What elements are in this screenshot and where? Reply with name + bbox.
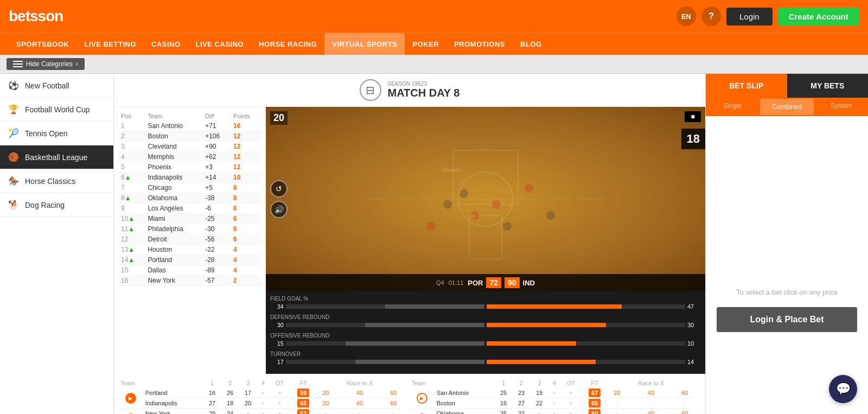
race-to-cell[interactable]: 60 — [676, 409, 694, 415]
game-view: ⊟ SEASON 19623 MATCH DAY 8 Pos — [114, 74, 868, 414]
nav-live-casino[interactable]: LIVE CASINO — [188, 33, 252, 55]
race-to-cell[interactable]: 60 — [676, 388, 694, 398]
nav-sportsbook[interactable]: SPORTSBOOK — [9, 33, 76, 55]
nav-poker[interactable]: POKER — [405, 33, 446, 55]
sidebar-item-dog-racing[interactable]: 🐕 Dog Racing — [0, 193, 113, 217]
pts-cell: 12 — [231, 152, 261, 162]
svg-point-5 — [492, 200, 501, 209]
sidebar-label-new-football: New Football — [25, 81, 69, 90]
diff-cell: -56 — [202, 234, 231, 245]
bet-sub-single[interactable]: Single — [706, 98, 759, 116]
hide-categories-button[interactable]: Hide Categories ‹ — [7, 58, 85, 70]
play-button-cell[interactable]: ▶ — [410, 409, 435, 415]
stat-or-left-val: 15 — [270, 340, 284, 347]
stat-field-goal-bars: 34 47 — [270, 303, 701, 310]
chevron-left-icon: ‹ — [76, 60, 78, 68]
team-name-cell: San Antonio — [435, 388, 495, 398]
pos-cell: 6▲ — [118, 173, 145, 183]
score-cell: · — [385, 409, 403, 415]
score-teams: POR 72 90 IND — [468, 277, 535, 288]
sidebar-item-horse-classics[interactable]: 🏇 Horse Classics — [0, 169, 113, 193]
login-place-bet-button[interactable]: Login & Place Bet — [717, 307, 857, 332]
pts-cell: 8 — [231, 183, 261, 193]
diff-cell: -38 — [202, 193, 231, 203]
quarter-label: Q4 — [436, 279, 444, 286]
ot-cell: · — [561, 409, 582, 415]
help-button[interactable]: ? — [701, 7, 721, 26]
col-ot-right: OT — [561, 378, 582, 388]
play-button-cell[interactable]: ▶ — [118, 388, 143, 409]
race-to-cell[interactable]: 60 — [385, 398, 403, 409]
play-button-cell[interactable]: ▶ — [118, 409, 143, 415]
bet-sub-system[interactable]: System — [815, 98, 868, 116]
create-account-button[interactable]: Create Account — [778, 8, 859, 26]
col-q3-left: 3 — [239, 378, 257, 388]
bet-sub-combined[interactable]: Combined — [760, 99, 813, 115]
pts-cell: 6 — [231, 224, 261, 234]
stat-or-right-val: 10 — [687, 340, 701, 347]
col-q1-right: 1 — [495, 378, 513, 388]
volume-button[interactable]: 🔊 — [270, 201, 288, 218]
nav-promotions[interactable]: PROMOTIONS — [446, 33, 513, 55]
play-button-cell[interactable]: ▶ — [410, 388, 435, 409]
table-row: 2 Boston +106 12 — [118, 131, 261, 142]
diff-cell: -28 — [202, 255, 231, 265]
play-icon[interactable]: ▶ — [417, 393, 427, 404]
col-racetox-label-right: Race to X — [626, 378, 676, 388]
race-to-cell[interactable]: 20 — [317, 398, 335, 409]
race-to-cell[interactable]: 40 — [335, 398, 385, 409]
nav-horse-racing[interactable]: HORSE RACING — [251, 33, 324, 55]
sidebar-item-new-football[interactable]: ⚽ New Football — [0, 74, 113, 98]
standings-table-container: Pos Team Diff Points 1 San Antonio +71 1… — [114, 107, 266, 374]
score-bar: Q4 01:11 POR 72 90 IND — [266, 274, 705, 291]
stat-fg-left-val: 34 — [270, 303, 284, 310]
sidebar-item-tennis-open[interactable]: 🎾 Tennis Open — [0, 122, 113, 145]
stat-field-goal: FIELD GOAL % 34 47 — [270, 296, 701, 310]
play-icon[interactable]: ▶ — [125, 393, 136, 404]
svg-text:68: 68 — [471, 214, 476, 219]
login-button[interactable]: Login — [726, 8, 773, 26]
pos-cell: 9 — [118, 203, 145, 214]
play-pause-button[interactable]: ↺ — [270, 180, 288, 198]
nav-casino[interactable]: CASINO — [144, 33, 188, 55]
sidebar-item-football-world-cup[interactable]: 🏆 Football World Cup — [0, 98, 113, 122]
video-panel: 68 TENNIS 20 ■ 18 ↺ — [266, 107, 705, 374]
nav-blog[interactable]: BLOG — [513, 33, 550, 55]
col-racetox-left-2 — [385, 378, 403, 388]
pts-cell: 12 — [231, 131, 261, 142]
race-to-cell[interactable]: 20 — [608, 388, 626, 398]
stat-def-rebound-bars: 30 30 — [270, 322, 701, 328]
scores-col-right: Team 1 2 3 4 OT FT Race to X — [410, 378, 701, 414]
col-racetox-right-3 — [694, 378, 701, 388]
col-ft-right: FT — [582, 378, 608, 388]
team-cell: Memphis — [145, 152, 202, 162]
video-container: 68 TENNIS 20 ■ 18 ↺ — [266, 107, 705, 291]
q2-cell: 27 — [513, 398, 531, 409]
race-to-cell[interactable]: 60 — [385, 388, 403, 398]
team-cell: Miami — [145, 214, 202, 224]
sidebar-item-basketball-league[interactable]: 🏀 Basketball League — [0, 145, 113, 169]
race-to-cell[interactable]: 40 — [335, 388, 385, 398]
chat-widget[interactable]: 💬 — [829, 375, 857, 403]
race-to-cell[interactable]: 20 — [317, 388, 335, 398]
team-left-label: POR — [468, 279, 483, 287]
pos-cell: 13▲ — [118, 245, 145, 255]
standings-video-row: Pos Team Diff Points 1 San Antonio +71 1… — [114, 107, 705, 374]
q3-cell: 17 — [239, 388, 257, 398]
nav-virtual-sports[interactable]: VIRTUAL SPORTS — [324, 33, 405, 55]
my-bets-tab[interactable]: MY BETS — [787, 74, 869, 98]
pts-cell: 4 — [231, 255, 261, 265]
language-button[interactable]: EN — [676, 7, 696, 26]
team-cell: Phoenix — [145, 162, 202, 173]
race-to-cell[interactable]: 40 — [626, 388, 676, 398]
diff-cell: -6 — [202, 203, 231, 214]
pos-cell: 11▲ — [118, 224, 145, 234]
table-row: 9 Los Angeles -6 6 — [118, 203, 261, 214]
bet-slip-tab[interactable]: BET SLIP — [706, 74, 787, 98]
race-to-cell[interactable]: 40 — [626, 409, 676, 415]
sim-icon[interactable]: ⊟ — [360, 79, 381, 101]
video-score-tl: 20 — [270, 111, 288, 125]
standings-table: Pos Team Diff Points 1 San Antonio +71 1… — [118, 111, 261, 286]
table-row: 14▲ Portland -28 4 — [118, 255, 261, 265]
nav-live-betting[interactable]: LIVE BETTING — [76, 33, 144, 55]
